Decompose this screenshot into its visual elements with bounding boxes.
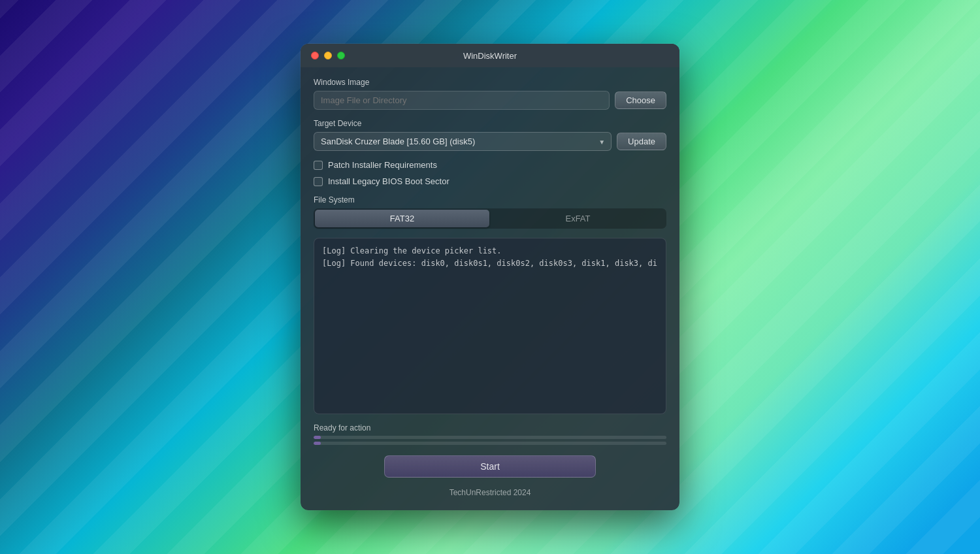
log-line-1: [Log] Clearing the device picker list.	[322, 245, 658, 257]
footer-text: TechUnRestricted 2024	[314, 488, 666, 497]
traffic-lights	[311, 52, 345, 59]
progress-track-bottom	[314, 442, 666, 445]
progress-track-top	[314, 436, 666, 439]
log-area: [Log] Clearing the device picker list. […	[314, 238, 666, 414]
target-device-label: Target Device	[314, 119, 666, 128]
status-text: Ready for action	[314, 423, 666, 432]
minimize-button[interactable]	[324, 52, 332, 59]
main-window: WinDiskWriter Windows Image Choose Targe…	[301, 44, 679, 510]
tab-fat32[interactable]: FAT32	[315, 210, 489, 227]
maximize-button[interactable]	[337, 52, 345, 59]
window-title: WinDiskWriter	[463, 51, 517, 61]
windows-image-label: Windows Image	[314, 78, 666, 87]
log-line-2: [Log] Found devices: disk0, disk0s1, dis…	[322, 257, 658, 270]
filesystem-tab-bar: FAT32 ExFAT	[314, 208, 666, 229]
status-section: Ready for action	[314, 423, 666, 445]
patch-installer-label: Patch Installer Requirements	[328, 160, 437, 170]
install-legacy-bios-row: Install Legacy BIOS Boot Sector	[314, 176, 666, 186]
close-button[interactable]	[311, 52, 319, 59]
device-select[interactable]: SanDisk Cruzer Blade [15.60 GB] (disk5)	[314, 132, 612, 151]
filesystem-section: File System FAT32 ExFAT	[314, 195, 666, 229]
window-content: Windows Image Choose Target Device SanDi…	[301, 67, 679, 510]
filesystem-label: File System	[314, 195, 666, 204]
start-button[interactable]: Start	[384, 455, 596, 478]
device-select-container: SanDisk Cruzer Blade [15.60 GB] (disk5) …	[314, 132, 612, 151]
tab-exfat[interactable]: ExFAT	[491, 210, 665, 227]
titlebar: WinDiskWriter	[301, 44, 679, 67]
install-legacy-bios-checkbox[interactable]	[314, 177, 323, 186]
choose-button[interactable]: Choose	[615, 91, 666, 109]
target-device-row: SanDisk Cruzer Blade [15.60 GB] (disk5) …	[314, 132, 666, 151]
progress-fill-top	[314, 436, 321, 439]
update-button[interactable]: Update	[617, 133, 666, 150]
image-file-input[interactable]	[314, 91, 610, 110]
windows-image-row: Choose	[314, 91, 666, 110]
install-legacy-bios-label: Install Legacy BIOS Boot Sector	[328, 176, 449, 186]
patch-installer-row: Patch Installer Requirements	[314, 160, 666, 170]
progress-fill-bottom	[314, 442, 321, 445]
patch-installer-checkbox[interactable]	[314, 161, 323, 170]
